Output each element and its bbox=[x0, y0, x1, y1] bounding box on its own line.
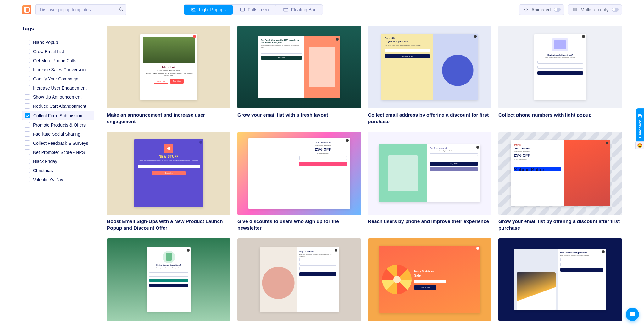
popup-text: Sign up for email to get special news an… bbox=[385, 45, 430, 46]
popup-cta: Subscribe bbox=[152, 171, 186, 175]
checkbox-icon bbox=[25, 94, 30, 100]
template-card[interactable]: Merry Christmas Sale Spin To Win Direct … bbox=[368, 238, 491, 326]
popup-text: Subscribe and Get an Extra bbox=[315, 145, 331, 146]
tag-label: Facilitate Social Sharing bbox=[33, 132, 80, 137]
spin-wheel-icon bbox=[382, 265, 412, 294]
popup-headline: Having trouble figure it out? bbox=[547, 54, 573, 56]
template-card[interactable]: Take a look. Don't miss our new blog pos… bbox=[107, 26, 230, 125]
checkbox-icon bbox=[25, 103, 30, 109]
popup-preview: Merry Christmas Sale Spin To Win bbox=[379, 246, 480, 313]
template-card[interactable]: Get free support Leave your number and g… bbox=[368, 132, 491, 231]
svg-rect-5 bbox=[284, 8, 288, 9]
tag-show-up-announcement[interactable]: Show Up Announcement bbox=[22, 92, 94, 101]
template-card[interactable]: Save 25% on your first purchase Sign up … bbox=[368, 26, 491, 125]
checkbox-icon bbox=[25, 76, 30, 81]
tag-facilitate-social-sharing[interactable]: Facilitate Social Sharing bbox=[22, 129, 94, 139]
checkbox-icon bbox=[25, 140, 30, 146]
checkbox-icon bbox=[25, 177, 30, 182]
template-card[interactable]: NEW STUFF Sign up to our newsletter and … bbox=[107, 132, 230, 231]
tab-fullscreen[interactable]: Fullscreen bbox=[233, 5, 276, 15]
template-card[interactable]: Sign up now! Enter your information belo… bbox=[237, 238, 361, 326]
close-icon bbox=[187, 249, 190, 252]
close-icon bbox=[199, 141, 202, 144]
tag-collect-form-submission[interactable]: Collect Form Submission bbox=[22, 111, 94, 120]
template-card[interactable]: Having trouble figure it out? Leave your… bbox=[107, 238, 230, 326]
popup-headline: NEW STUFF bbox=[159, 155, 179, 158]
checkbox-icon bbox=[25, 159, 30, 164]
search-input[interactable] bbox=[35, 4, 126, 15]
template-card[interactable]: Win Sneakers Right Now! Enter now for yo… bbox=[498, 238, 622, 326]
tag-increase-user-engagement[interactable]: Increase User Engagement bbox=[22, 83, 94, 92]
popup-preview: Get free support Leave your number and g… bbox=[379, 144, 480, 202]
tag-valentines-day[interactable]: Valentine's Day bbox=[22, 175, 94, 184]
tab-floating-bar[interactable]: Floating Bar bbox=[276, 5, 323, 15]
template-thumbnail: Get free support Leave your number and g… bbox=[368, 132, 491, 215]
tab-label: Light Popups bbox=[199, 7, 226, 12]
template-thumbnail: Merry Christmas Sale Spin To Win bbox=[368, 238, 491, 321]
close-icon bbox=[476, 146, 479, 149]
template-thumbnail: NEW STUFF Sign up to our newsletter and … bbox=[107, 132, 230, 215]
template-title: Make an announcement and increase user e… bbox=[107, 112, 230, 125]
close-icon bbox=[193, 35, 196, 38]
popup-cta: Submit Button bbox=[514, 167, 561, 171]
tag-gamify-campaign[interactable]: Gamify Your Campaign bbox=[22, 74, 94, 83]
popup-text2: on your first purchase bbox=[317, 153, 329, 154]
tag-label: Valentine's Day bbox=[33, 177, 63, 182]
popup-headline: Get Fresh Views on the UXR newsletter th… bbox=[261, 39, 302, 44]
template-thumbnail: Win Sneakers Right Now! Enter now for yo… bbox=[498, 238, 622, 321]
popup-headline: Win Sneakers Right Now! bbox=[560, 252, 603, 254]
template-title: Boost Email Sign-Ups with a New Product … bbox=[107, 218, 230, 231]
tag-grow-email-list[interactable]: Grow Email List bbox=[22, 47, 94, 56]
tag-nps[interactable]: Net Promoter Score - NPS bbox=[22, 148, 94, 157]
checkbox-icon bbox=[25, 168, 30, 173]
tag-blank-popup[interactable]: Blank Popup bbox=[22, 38, 94, 47]
popup-preview: CAMPER Join the club Subscribe and Get a… bbox=[511, 140, 609, 207]
switch-icon bbox=[554, 8, 561, 12]
template-card[interactable]: Get Fresh Views on the UXR newsletter th… bbox=[237, 26, 361, 125]
popup-text: Enter now for your chance to win a pair … bbox=[560, 255, 603, 257]
template-card[interactable]: CAMPER Join the club Subscribe and Get a… bbox=[498, 132, 622, 231]
switch-icon bbox=[612, 8, 619, 12]
popup-cta: SIGN UP bbox=[261, 56, 302, 60]
tag-get-more-phone-calls[interactable]: Get More Phone Calls bbox=[22, 56, 94, 65]
template-thumbnail: CAMPER Join the club Subscribe and Get a… bbox=[498, 132, 622, 215]
tab-light-popups[interactable]: Light Popups bbox=[184, 5, 233, 15]
tag-promote-products-offers[interactable]: Promote Products & Offers bbox=[22, 120, 94, 129]
template-grid: Take a look. Don't miss our new blog pos… bbox=[107, 26, 622, 326]
svg-rect-1 bbox=[192, 8, 196, 11]
tag-collect-feedback-surveys[interactable]: Collect Feedback & Surveys bbox=[22, 139, 94, 148]
toggle-animated[interactable]: Animated bbox=[519, 4, 564, 15]
feedback-tab[interactable]: Feedback bbox=[636, 108, 644, 144]
checkbox-icon bbox=[25, 113, 30, 118]
popup-headline: Join the club bbox=[514, 147, 561, 150]
close-icon bbox=[476, 247, 479, 250]
emoji-tab[interactable]: 🤩 bbox=[635, 141, 644, 149]
toggle-multistep[interactable]: Multistep only bbox=[568, 4, 622, 15]
checkbox-icon bbox=[25, 122, 30, 128]
tag-label: Christmas bbox=[33, 168, 53, 173]
popup-headline: Save 25% bbox=[385, 37, 430, 39]
tag-increase-sales-conversion[interactable]: Increase Sales Conversion bbox=[22, 65, 94, 74]
tag-label: Blank Popup bbox=[33, 40, 58, 45]
svg-rect-6 bbox=[573, 8, 575, 11]
popup-headline: Having trouble figure it out? bbox=[156, 264, 181, 266]
popup-preview: NEW STUFF Sign up to our newsletter and … bbox=[134, 139, 203, 207]
popup-subhead: on your first purchase bbox=[385, 41, 430, 43]
tag-christmas[interactable]: Christmas bbox=[22, 166, 94, 175]
search-wrap bbox=[35, 4, 126, 15]
popup-text: Leave your phone number and we'll call y… bbox=[545, 57, 576, 59]
template-title: Reach users by phone and improve their e… bbox=[368, 218, 491, 225]
tag-reduce-cart-abandonment[interactable]: Reduce Cart Abandonment bbox=[22, 101, 94, 111]
popup-headline: Get free support bbox=[430, 147, 478, 149]
tag-black-friday[interactable]: Black Friday bbox=[22, 157, 94, 166]
tag-label: Net Promoter Score - NPS bbox=[33, 150, 85, 155]
chat-button[interactable] bbox=[626, 308, 639, 321]
close-icon bbox=[335, 249, 337, 252]
template-card[interactable]: Having trouble figure it out? Leave your… bbox=[498, 26, 622, 125]
template-title: Give discounts to users who sign up for … bbox=[237, 218, 361, 231]
template-card[interactable]: Join the club Subscribe and Get an Extra… bbox=[237, 132, 361, 231]
feedback-label: Feedback bbox=[638, 120, 642, 138]
popup-subtitle: Don't miss our new blog posts! bbox=[157, 69, 180, 72]
close-icon bbox=[582, 35, 585, 38]
tag-label: Collect Form Submission bbox=[33, 113, 82, 118]
